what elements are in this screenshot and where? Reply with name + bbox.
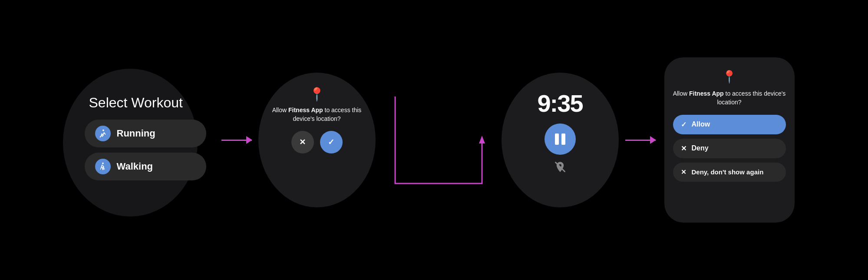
walking-icon-circle [95,159,111,174]
svg-point-1 [102,162,104,164]
walking-item[interactable]: Walking [85,153,206,180]
arrow2-line [625,140,656,141]
flow-path-container [378,53,499,227]
allow-button-s2[interactable]: ✓ [320,131,343,153]
location-icon-s2: 📍 [309,87,325,102]
deny-noshow-icon-s4: ✕ [681,168,686,176]
deny-button-s2[interactable]: ✕ [291,131,314,153]
pause-bar-right [561,133,565,145]
arrow1 [217,140,256,141]
pause-icon [555,133,565,145]
permission-buttons-s2: ✕ ✓ [291,131,343,153]
screens-wrapper: Select Workout Running [17,0,851,280]
screen2-watch-bg: 📍 Allow Fitness App to access this devic… [258,73,376,207]
screen4-watch-bg: 📍 Allow Fitness App to access this devic… [664,57,795,223]
select-workout-screen: Select Workout Running [72,82,215,199]
allow-label-s4: Allow [692,120,710,128]
permission-text-s2: Allow Fitness App to access this device'… [271,106,363,123]
permission-after-s4: to access this device's location? [717,90,785,106]
permission-text-s4: Allow Fitness App to access this device'… [673,89,786,107]
allow-icon-s4: ✓ [681,120,686,129]
arrow1-line [221,140,252,141]
running-icon-circle [95,126,111,141]
deny-noshow-button-s4[interactable]: ✕ Deny, don't show again [673,163,786,182]
flow-path-svg [378,53,499,227]
screen3-watch-bg: 9:35 [502,73,619,207]
screen4-section: 📍 Allow Fitness App to access this devic… [660,57,799,223]
running-item[interactable]: Running [85,120,206,147]
walking-label: Walking [117,161,153,172]
screen1-section: Select Workout Running [69,82,217,199]
walking-icon [98,162,108,171]
deny-noshow-label-s4: Deny, don't show again [692,168,764,176]
svg-point-0 [102,129,104,131]
location-icon-s4: 📍 [722,70,737,84]
screen3-section: 9:35 [499,73,621,207]
app-name-s2: Fitness App [288,107,323,113]
deny-icon-s2: ✕ [299,137,306,147]
pause-bar-left [555,133,559,145]
allow-button-s4[interactable]: ✓ Allow [673,115,786,134]
svg-marker-2 [479,136,485,143]
arrow2 [621,140,660,141]
main-layout: Select Workout Running [0,0,868,280]
screen1-title: Select Workout [89,95,206,111]
app-name-s4: Fitness App [689,90,724,97]
running-icon [98,129,108,138]
running-label: Running [117,128,155,139]
time-display: 9:35 [537,89,582,117]
location-off-icon [554,161,566,176]
allow-icon-s2: ✓ [328,137,334,147]
deny-label-s4: Deny [692,144,709,152]
screen2-section: 📍 Allow Fitness App to access this devic… [256,73,378,207]
deny-icon-s4: ✕ [681,144,686,153]
pause-button[interactable] [545,123,576,155]
deny-button-s4[interactable]: ✕ Deny [673,139,786,158]
location-off-svg [554,161,566,173]
